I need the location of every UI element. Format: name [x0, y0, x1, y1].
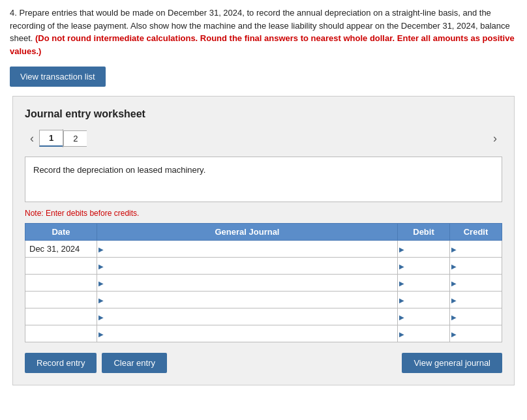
row6-debit-input[interactable]	[400, 325, 447, 342]
row5-debit	[398, 308, 450, 325]
row4-credit-input[interactable]	[453, 292, 499, 308]
tab-1[interactable]: 1	[39, 130, 63, 147]
row6-debit	[398, 325, 450, 342]
tab-2[interactable]: 2	[63, 130, 87, 147]
row4-debit-input[interactable]	[400, 292, 447, 308]
row4-debit	[398, 292, 450, 308]
row1-general-journal	[97, 241, 398, 258]
view-general-journal-button[interactable]: View general journal	[402, 353, 502, 373]
row2-general-journal	[97, 258, 398, 275]
row2-credit-input[interactable]	[453, 258, 499, 274]
row3-credit-input[interactable]	[453, 275, 499, 291]
row2-date	[25, 258, 97, 275]
row5-general-journal-input[interactable]	[100, 308, 395, 325]
row5-credit-input[interactable]	[453, 308, 499, 325]
row4-general-journal-input[interactable]	[100, 292, 395, 308]
row6-general-journal-input[interactable]	[100, 325, 395, 342]
worksheet-title: Journal entry worksheet	[25, 108, 502, 120]
tab-navigation: ‹ 1 2 ›	[25, 129, 502, 147]
journal-table: Date General Journal Debit Credit	[25, 223, 502, 342]
table-row	[25, 275, 502, 292]
table-row	[25, 258, 502, 275]
row3-date-input[interactable]	[28, 275, 94, 291]
row1-credit	[450, 241, 502, 258]
row5-credit	[450, 308, 502, 325]
row2-credit	[450, 258, 502, 275]
row3-debit-input[interactable]	[400, 275, 447, 291]
row6-credit	[450, 325, 502, 342]
description-text: Record the depreciation on leased machin…	[33, 165, 205, 175]
problem-text-bold-red: (Do not round intermediate calculations.…	[10, 33, 515, 56]
row5-date	[25, 308, 97, 325]
view-transaction-button[interactable]: View transaction list	[10, 67, 106, 87]
row3-debit	[398, 275, 450, 292]
col-header-date: Date	[25, 224, 97, 241]
row6-credit-input[interactable]	[453, 325, 499, 342]
row5-date-input[interactable]	[28, 308, 94, 325]
row4-credit	[450, 292, 502, 308]
col-header-credit: Credit	[450, 224, 502, 241]
row3-date	[25, 275, 97, 292]
note-text: Note: Enter debits before credits.	[25, 209, 502, 218]
row1-credit-input[interactable]	[453, 241, 499, 257]
table-row	[25, 308, 502, 325]
footer-buttons: Record entry Clear entry View general jo…	[25, 353, 502, 373]
worksheet-container: Journal entry worksheet ‹ 1 2 › Record t…	[12, 96, 515, 385]
row6-general-journal	[97, 325, 398, 342]
clear-entry-button[interactable]: Clear entry	[102, 353, 167, 373]
row3-general-journal-input[interactable]	[100, 275, 395, 291]
row5-debit-input[interactable]	[400, 308, 447, 325]
record-entry-button[interactable]: Record entry	[25, 353, 97, 373]
col-header-debit: Debit	[398, 224, 450, 241]
row6-date	[25, 325, 97, 342]
col-header-general-journal: General Journal	[97, 224, 398, 241]
table-row	[25, 292, 502, 308]
row2-debit-input[interactable]	[400, 258, 447, 274]
row2-debit	[398, 258, 450, 275]
row4-general-journal	[97, 292, 398, 308]
row3-credit	[450, 275, 502, 292]
problem-number: 4.	[10, 8, 17, 18]
row1-debit-input[interactable]	[400, 241, 447, 257]
row4-date-input[interactable]	[28, 292, 94, 308]
table-row	[25, 241, 502, 258]
row1-general-journal-input[interactable]	[100, 241, 395, 257]
row5-general-journal	[97, 308, 398, 325]
row1-date-input[interactable]	[28, 241, 94, 257]
row2-date-input[interactable]	[28, 258, 94, 274]
row2-general-journal-input[interactable]	[100, 258, 395, 274]
row6-date-input[interactable]	[28, 325, 94, 342]
tab-next-arrow[interactable]: ›	[488, 132, 502, 144]
row1-date	[25, 241, 97, 258]
row4-date	[25, 292, 97, 308]
entry-description: Record the depreciation on leased machin…	[25, 157, 502, 202]
table-row	[25, 325, 502, 342]
tab-prev-arrow[interactable]: ‹	[25, 132, 39, 144]
row3-general-journal	[97, 275, 398, 292]
row1-debit	[398, 241, 450, 258]
problem-text: 4. Prepare entries that would be made on…	[10, 7, 517, 57]
